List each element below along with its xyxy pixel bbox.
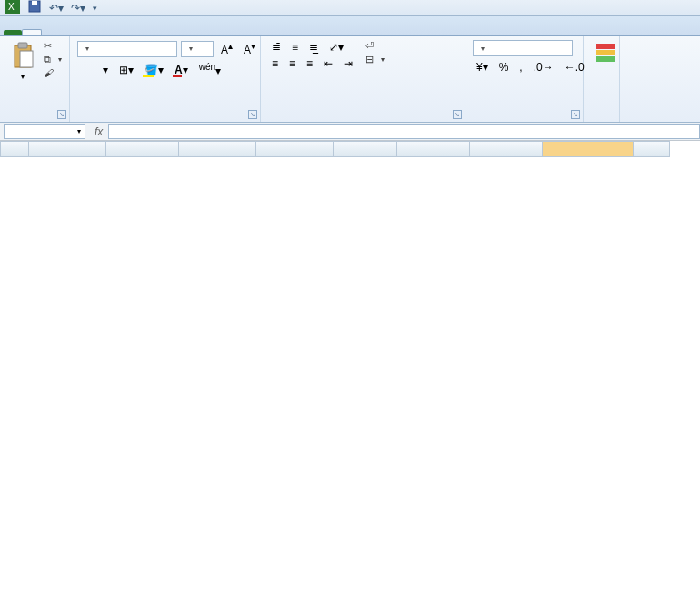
copy-button[interactable]: ⧉▾ bbox=[44, 54, 62, 65]
chevron-down-icon: ▾ bbox=[481, 45, 485, 53]
cond-format-button[interactable] bbox=[591, 40, 620, 67]
chevron-down-icon: ▾ bbox=[77, 127, 81, 135]
align-right-button[interactable]: ≡ bbox=[303, 56, 316, 71]
tab-home[interactable] bbox=[22, 29, 42, 35]
svg-rect-8 bbox=[596, 50, 615, 55]
col-header[interactable] bbox=[256, 141, 334, 157]
svg-rect-6 bbox=[20, 51, 33, 67]
border-button[interactable]: ⊞▾ bbox=[115, 63, 137, 77]
number-launcher[interactable]: ↘ bbox=[571, 110, 580, 119]
tab-view[interactable] bbox=[133, 30, 151, 35]
copy-icon: ⧉ bbox=[44, 54, 51, 65]
ribbon: ▾ ✂ ⧉▾ 🖌 ↘ ▾ ▾ A▴ A▾ ▾ ⊞▾ 🪣▾ bbox=[0, 36, 700, 123]
formula-bar: ▾ fx bbox=[0, 123, 700, 141]
svg-rect-7 bbox=[596, 44, 615, 49]
align-top-button[interactable]: ≡̄ bbox=[268, 40, 285, 55]
grow-font-button[interactable]: A▴ bbox=[217, 40, 236, 57]
col-header[interactable] bbox=[470, 141, 543, 157]
col-header[interactable] bbox=[29, 141, 106, 157]
chevron-down-icon: ▾ bbox=[85, 45, 89, 53]
font-color-button[interactable]: A▾ bbox=[171, 63, 192, 77]
title-bar: X ↶▾ ↷▾ ▾ bbox=[0, 0, 700, 16]
formula-input[interactable] bbox=[108, 124, 700, 139]
orientation-button[interactable]: ⤢▾ bbox=[325, 40, 347, 55]
group-cond bbox=[584, 36, 620, 122]
font-name-combo[interactable]: ▾ bbox=[77, 41, 177, 57]
paste-button[interactable]: ▾ bbox=[7, 40, 38, 83]
spreadsheet[interactable] bbox=[0, 141, 700, 157]
tab-insert[interactable] bbox=[42, 30, 60, 35]
merge-icon: ⊟ bbox=[365, 54, 374, 65]
align-left-button[interactable]: ≡ bbox=[268, 56, 282, 71]
undo-icon[interactable]: ↶▾ bbox=[49, 2, 64, 15]
tab-formula[interactable] bbox=[78, 30, 96, 35]
clipboard-launcher[interactable]: ↘ bbox=[57, 110, 66, 119]
group-alignment: ≡̄ ≡ ≡̲ ⤢▾ ≡ ≡ ≡ ⇤ ⇥ ⏎ ⊟▾ ↘ bbox=[261, 36, 465, 122]
underline-button[interactable]: ▾ bbox=[99, 63, 112, 77]
col-header[interactable] bbox=[179, 141, 256, 157]
col-header[interactable] bbox=[634, 141, 670, 157]
svg-rect-3 bbox=[32, 1, 37, 5]
redo-icon[interactable]: ↷▾ bbox=[71, 2, 85, 15]
font-launcher[interactable]: ↘ bbox=[248, 110, 257, 119]
italic-button[interactable] bbox=[88, 69, 95, 71]
svg-text:X: X bbox=[8, 2, 15, 12]
fx-icon[interactable]: fx bbox=[95, 125, 103, 138]
tab-file[interactable] bbox=[4, 30, 22, 35]
excel-icon: X bbox=[5, 0, 20, 16]
indent-inc-button[interactable]: ⇥ bbox=[340, 56, 356, 71]
shrink-font-button[interactable]: A▾ bbox=[240, 40, 259, 57]
wrap-text-button[interactable]: ⏎ bbox=[365, 40, 385, 52]
align-middle-button[interactable]: ≡ bbox=[288, 40, 302, 55]
merge-center-button[interactable]: ⊟▾ bbox=[365, 54, 385, 65]
group-number: ▾ ¥▾ % , .0→ ←.0 ↘ bbox=[465, 36, 584, 122]
font-size-combo[interactable]: ▾ bbox=[181, 41, 214, 57]
group-font: ▾ ▾ A▴ A▾ ▾ ⊞▾ 🪣▾ A▾ wén▾ ↘ bbox=[70, 36, 261, 122]
save-icon[interactable] bbox=[27, 0, 42, 16]
qat-more-icon[interactable]: ▾ bbox=[93, 4, 97, 13]
group-clipboard: ▾ ✂ ⧉▾ 🖌 ↘ bbox=[0, 36, 70, 122]
align-launcher[interactable]: ↘ bbox=[453, 110, 462, 119]
svg-rect-5 bbox=[18, 43, 27, 48]
scissor-icon: ✂ bbox=[44, 40, 52, 52]
inc-decimal-button[interactable]: .0→ bbox=[530, 60, 557, 75]
align-bottom-button[interactable]: ≡̲ bbox=[305, 40, 322, 55]
chevron-down-icon: ▾ bbox=[189, 45, 193, 53]
col-header[interactable] bbox=[543, 141, 634, 157]
format-painter-button[interactable]: 🖌 bbox=[44, 67, 62, 78]
align-center-button[interactable]: ≡ bbox=[285, 56, 299, 71]
svg-rect-9 bbox=[596, 56, 615, 62]
brush-icon: 🖌 bbox=[44, 67, 54, 78]
ribbon-tabs bbox=[0, 16, 700, 36]
tab-data[interactable] bbox=[96, 30, 115, 35]
col-header[interactable] bbox=[397, 141, 470, 157]
bold-button[interactable] bbox=[77, 69, 85, 71]
wrap-icon: ⏎ bbox=[365, 40, 374, 52]
phonetic-button[interactable]: wén▾ bbox=[195, 61, 225, 78]
tab-review[interactable] bbox=[115, 30, 133, 35]
col-header[interactable] bbox=[334, 141, 397, 157]
tab-pdf[interactable] bbox=[151, 30, 169, 35]
comma-button[interactable]: , bbox=[515, 60, 525, 75]
tab-layout[interactable] bbox=[60, 30, 78, 35]
indent-dec-button[interactable]: ⇤ bbox=[320, 56, 336, 71]
select-all-corner[interactable] bbox=[0, 141, 29, 157]
cut-button[interactable]: ✂ bbox=[44, 40, 62, 52]
fill-color-button[interactable]: 🪣▾ bbox=[141, 63, 167, 77]
accounting-button[interactable]: ¥▾ bbox=[473, 60, 492, 75]
col-header[interactable] bbox=[106, 141, 179, 157]
percent-button[interactable]: % bbox=[495, 60, 513, 75]
name-box[interactable]: ▾ bbox=[4, 124, 85, 139]
number-format-combo[interactable]: ▾ bbox=[473, 40, 573, 56]
